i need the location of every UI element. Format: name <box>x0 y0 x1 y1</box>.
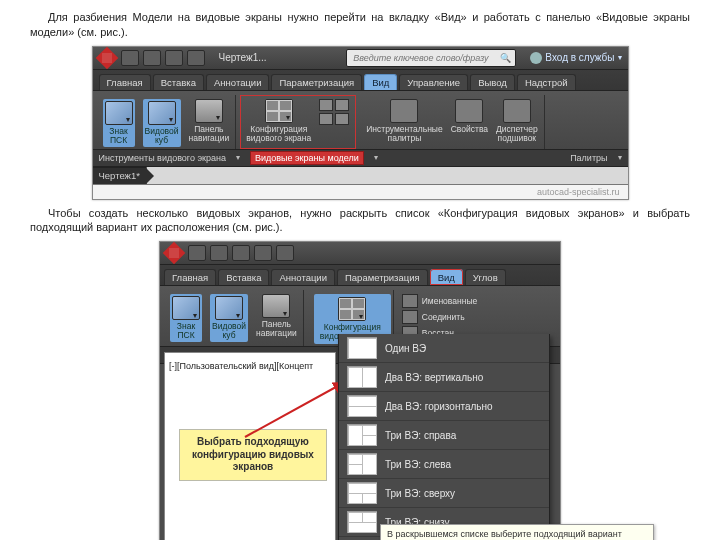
viewport-config-dropdown: Один ВЭ Два ВЭ: вертикально Два ВЭ: гори… <box>338 334 550 540</box>
viewcube-button[interactable]: Видовой куб <box>210 294 248 342</box>
ribbon-tabs: Главная Вставка Аннотации Параметризация… <box>93 70 628 91</box>
viewport-config-icon <box>338 297 366 321</box>
named-label: Именованные <box>422 296 477 306</box>
window-title: Чертеж1... <box>219 52 267 63</box>
dropdown-label: Один ВЭ <box>385 343 426 354</box>
panel-palettes: Инструментальные палитры Свойства Диспет… <box>360 95 544 149</box>
dropdown-item[interactable]: Три ВЭ: сверху <box>339 478 549 507</box>
signin-label: Вход в службы <box>545 52 614 63</box>
qat-button[interactable] <box>187 50 205 66</box>
tab-annotate[interactable]: Аннотации <box>206 74 270 90</box>
screenshot-2: Главная Вставка Аннотации Параметризация… <box>159 241 561 540</box>
tool-palettes-icon <box>390 99 418 123</box>
tab-home[interactable]: Главная <box>99 74 151 90</box>
chevron-down-icon[interactable]: ▾ <box>618 153 622 162</box>
panel-name-vptools: Инструменты видового экрана <box>99 153 226 163</box>
sheetset-button[interactable]: Диспетчер подшивок <box>496 99 538 143</box>
app-logo-icon <box>163 242 186 265</box>
viewcube-label: Видовой куб <box>212 322 246 340</box>
viewcube-icon <box>148 101 176 125</box>
panel-title-strip: Инструменты видового экрана ▾ Видовые эк… <box>93 149 628 167</box>
tab-corner[interactable]: Углов <box>465 269 506 285</box>
tooltip: В раскрывшемся списке выберите подходящи… <box>380 524 654 540</box>
named-icon <box>402 294 418 308</box>
tab-output[interactable]: Вывод <box>470 74 515 90</box>
dropdown-item[interactable]: Один ВЭ <box>339 334 549 362</box>
navbar-label: Панель навигации <box>189 125 230 143</box>
avatar-icon <box>530 52 542 64</box>
viewport-config-button[interactable]: Конфигурация видового экрана <box>246 99 311 143</box>
tab-addins[interactable]: Надстрой <box>517 74 576 90</box>
properties-label: Свойства <box>451 125 488 134</box>
screenshot-1: Чертеж1... 🔍 Вход в службы ▾ Главная Вст… <box>92 46 629 200</box>
dropdown-label: Три ВЭ: сверху <box>385 488 455 499</box>
dropdown-label: Три ВЭ: справа <box>385 430 456 441</box>
qat-button[interactable] <box>188 245 206 261</box>
intro-text-1: Для разбиения Модели на видовые экраны н… <box>30 10 690 40</box>
tab-insert[interactable]: Вставка <box>218 269 269 285</box>
viewport-controls-label[interactable]: [-][Пользовательский вид][Концепт <box>169 361 313 371</box>
tab-view[interactable]: Вид <box>364 74 397 90</box>
tab-param[interactable]: Параметризация <box>337 269 428 285</box>
chevron-down-icon[interactable]: ▾ <box>374 153 378 162</box>
dropdown-label: Два ВЭ: вертикально <box>385 372 483 383</box>
tool-palettes-button[interactable]: Инструментальные палитры <box>366 99 442 143</box>
tab-param[interactable]: Параметризация <box>271 74 362 90</box>
ucs-icon-button[interactable]: Знак ПСК <box>170 294 202 342</box>
qat-button[interactable] <box>143 50 161 66</box>
panel-viewport-tools: Знак ПСК Видовой куб Панель навигации <box>97 95 237 149</box>
callout-note: Выбрать подходящую конфигурацию видовых … <box>179 429 327 481</box>
quick-access-toolbar <box>121 50 205 66</box>
viewcube-button[interactable]: Видовой куб <box>143 99 181 147</box>
ucs-label: Знак ПСК <box>109 127 127 145</box>
ucs-icon-button[interactable]: Знак ПСК <box>103 99 135 147</box>
qat-button[interactable] <box>232 245 250 261</box>
search-icon: 🔍 <box>500 53 511 63</box>
ribbon-tabs: Главная Вставка Аннотации Параметризация… <box>160 265 560 286</box>
tab-manage[interactable]: Управление <box>399 74 468 90</box>
dropdown-item[interactable]: Два ВЭ: вертикально <box>339 362 549 391</box>
join-viewports-button[interactable]: Соединить <box>402 310 477 324</box>
dropdown-item[interactable]: Три ВЭ: слева <box>339 449 549 478</box>
join-icon <box>402 310 418 324</box>
properties-icon <box>455 99 483 123</box>
tab-view[interactable]: Вид <box>430 269 463 285</box>
viewcube-label: Видовой куб <box>145 127 179 145</box>
navbar-icon <box>262 294 290 318</box>
properties-button[interactable]: Свойства <box>451 99 488 134</box>
ucs-label: Знак ПСК <box>177 322 195 340</box>
search-input[interactable] <box>351 52 500 64</box>
drawing-tab[interactable]: Чертеж1* <box>93 167 146 184</box>
ribbon-body: Знак ПСК Видовой куб Панель навигации Ко… <box>93 91 628 149</box>
tab-annotate[interactable]: Аннотации <box>271 269 335 285</box>
qat-button[interactable] <box>121 50 139 66</box>
viewport-mini-grid-icon[interactable] <box>319 99 349 125</box>
panel-name-palettes: Палитры <box>570 153 607 163</box>
panel-viewport-tools: Знак ПСК Видовой куб Панель навигации <box>164 290 304 346</box>
search-box[interactable]: 🔍 <box>346 49 516 67</box>
viewport-config-label: Конфигурация видового экрана <box>246 125 311 143</box>
panel-name-modelvp: Видовые экраны модели <box>250 151 364 165</box>
qat-button[interactable] <box>210 245 228 261</box>
watermark: autocad-specialist.ru <box>93 184 628 199</box>
dropdown-item[interactable]: Два ВЭ: горизонтально <box>339 391 549 420</box>
title-bar <box>160 242 560 265</box>
signin-button[interactable]: Вход в службы ▾ <box>530 52 621 64</box>
tab-insert[interactable]: Вставка <box>153 74 204 90</box>
qat-button[interactable] <box>254 245 272 261</box>
qat-button[interactable] <box>165 50 183 66</box>
tab-home[interactable]: Главная <box>164 269 216 285</box>
navbar-label: Панель навигации <box>256 320 297 338</box>
intro-text-2: Чтобы создать несколько видовых экранов,… <box>30 206 690 236</box>
tool-palettes-label: Инструментальные палитры <box>366 125 442 143</box>
navbar-button[interactable]: Панель навигации <box>256 294 297 338</box>
qat-button[interactable] <box>276 245 294 261</box>
quick-access-toolbar <box>188 245 294 261</box>
model-viewport-area[interactable]: [-][Пользовательский вид][Концепт Выбрат… <box>164 352 336 540</box>
sheetset-icon <box>503 99 531 123</box>
dropdown-label: Два ВЭ: горизонтально <box>385 401 493 412</box>
navbar-button[interactable]: Панель навигации <box>189 99 230 143</box>
dropdown-item[interactable]: Три ВЭ: справа <box>339 420 549 449</box>
named-viewports-button[interactable]: Именованные <box>402 294 477 308</box>
chevron-down-icon[interactable]: ▾ <box>236 153 240 162</box>
